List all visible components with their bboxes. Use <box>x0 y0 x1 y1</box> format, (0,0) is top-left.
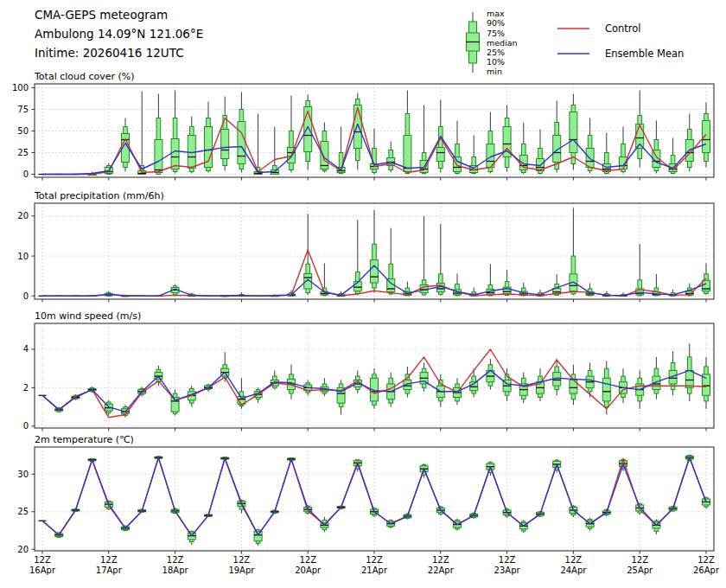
legend-label-control: Control <box>605 22 641 35</box>
box-whisker-series <box>39 91 710 176</box>
x-tick-date-label: 23Apr <box>494 566 521 575</box>
init-time: Initime: 20260416 12UTC <box>35 43 203 62</box>
legend-label-min: min <box>487 67 502 76</box>
panel-title-total-precipitation: Total precipitation (mm/6h) <box>34 190 164 201</box>
x-tick-hour-label: 12Z <box>299 555 316 565</box>
meteogram-figure: 0255075100Total cloud cover (%)01020Tota… <box>0 0 726 588</box>
legend-label-p10: 10% <box>487 57 505 67</box>
x-tick-date-label: 22Apr <box>428 566 455 575</box>
x-tick-hour-label: 12Z <box>167 555 184 565</box>
y-tick-label: 20 <box>17 545 29 554</box>
panel-title-wind-speed-10m: 10m wind speed (m/s) <box>35 310 141 322</box>
x-tick-date-label: 19Apr <box>228 566 255 575</box>
box-25-75 <box>171 139 179 169</box>
box-25-75 <box>685 370 693 387</box>
y-tick-label: 0 <box>23 421 29 431</box>
legend-label-ensemble-mean: Ensemble Mean <box>605 48 684 60</box>
box-25-75 <box>221 130 229 159</box>
box-25-75 <box>238 122 245 164</box>
x-tick-date-label: 26Apr <box>693 566 720 575</box>
box-25-75 <box>703 280 710 291</box>
figure-title: CMA-GEPS meteogram <box>35 5 203 24</box>
legend-label-p75: 75% <box>487 29 505 38</box>
x-tick-hour-label: 12Z <box>631 555 648 565</box>
y-tick-label: 25 <box>17 507 29 516</box>
x-tick-date-label: 18Apr <box>162 566 189 575</box>
box-25-75 <box>436 148 444 162</box>
y-tick-label: 2 <box>23 383 29 393</box>
legend-label-p25: 25% <box>487 48 505 57</box>
box-25-75 <box>254 531 262 540</box>
x-tick-hour-label: 12Z <box>34 555 51 565</box>
legend-label-median: median <box>487 38 518 48</box>
x-tick-date-label: 25Apr <box>627 566 653 575</box>
box-25-75 <box>304 107 312 152</box>
y-tick-label: 0 <box>23 291 29 301</box>
y-tick-label: 4 <box>23 344 29 354</box>
x-tick-date-label: 21Apr <box>361 566 388 575</box>
box-whisker-series <box>39 208 710 297</box>
x-tick-date-label: 16Apr <box>29 566 56 575</box>
y-tick-label: 25 <box>17 148 29 157</box>
y-tick-label: 75 <box>17 105 29 114</box>
y-tick-label: 30 <box>17 470 29 479</box>
x-tick-date-label: 17Apr <box>96 566 123 575</box>
legend-label-max: max <box>487 9 505 18</box>
panel-total-cloud-cover: 0255075100Total cloud cover (%) <box>12 71 714 181</box>
x-tick-hour-label: 12Z <box>697 555 715 565</box>
panel-title-total-cloud-cover: Total cloud cover (%) <box>34 71 135 82</box>
y-tick-label: 20 <box>17 211 29 220</box>
legend-label-p90: 90% <box>487 18 505 28</box>
y-tick-label: 50 <box>17 126 29 136</box>
x-axis-labels: 12Z16Apr12Z17Apr12Z18Apr12Z19Apr12Z20Apr… <box>29 555 720 575</box>
x-tick-hour-label: 12Z <box>233 555 251 565</box>
figure-header: CMA-GEPS meteogram Ambulong 14.09°N 121.… <box>35 5 203 62</box>
x-tick-hour-label: 12Z <box>366 555 383 565</box>
x-tick-date-label: 20Apr <box>295 566 322 575</box>
gridlines <box>35 447 714 551</box>
box-25-75 <box>321 142 328 169</box>
box-25-75 <box>353 105 361 149</box>
panel-title-temperature-2m: 2m temperature (℃) <box>35 434 134 445</box>
x-tick-hour-label: 12Z <box>499 555 516 565</box>
y-tick-label: 0 <box>23 169 29 179</box>
axis-ticks <box>32 216 707 303</box>
y-tick-label: 100 <box>12 83 29 93</box>
station-coordinates: Ambulong 14.09°N 121.06°E <box>35 24 203 43</box>
x-tick-hour-label: 12Z <box>100 555 118 565</box>
box-25-75 <box>602 378 610 401</box>
panel-total-precipitation: 01020Total precipitation (mm/6h) <box>17 190 714 303</box>
x-tick-hour-label: 12Z <box>432 555 449 565</box>
legend-line-samples <box>557 29 589 54</box>
box-25-75 <box>371 260 379 283</box>
box-25-75 <box>703 121 710 153</box>
box-whisker-legend-glyph <box>467 12 480 73</box>
box-25-75 <box>570 112 577 153</box>
box-25-75 <box>454 157 462 172</box>
meteogram-chart-canvas: 0255075100Total cloud cover (%)01020Tota… <box>0 0 726 588</box>
panel-temperature-2m: 2025302m temperature (℃) <box>17 434 714 554</box>
y-tick-label: 10 <box>17 252 29 261</box>
box-25-75 <box>404 136 411 172</box>
box-25-75 <box>155 140 162 173</box>
x-tick-date-label: 24Apr <box>560 566 587 575</box>
x-tick-hour-label: 12Z <box>565 555 583 565</box>
panel-wind-speed-10m: 02410m wind speed (m/s) <box>23 310 714 431</box>
